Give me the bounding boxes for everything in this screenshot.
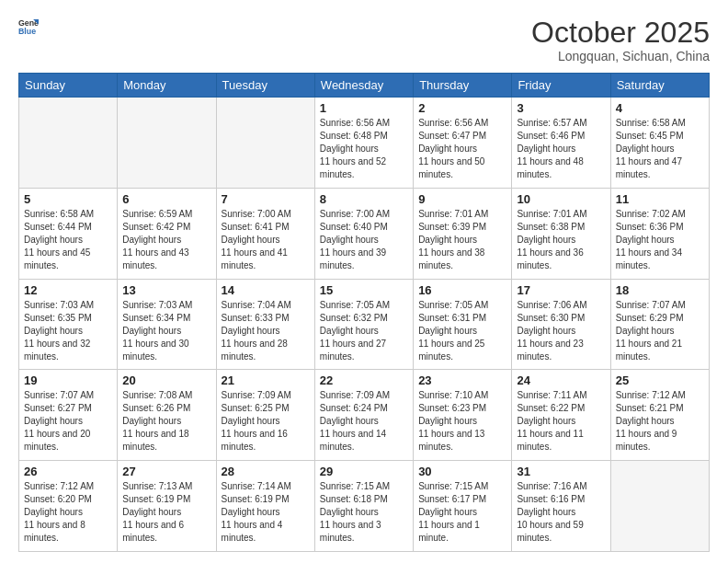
day-number: 30 xyxy=(418,465,506,478)
cell-info: Sunrise: 7:14 AMSunset: 6:19 PMDaylight … xyxy=(222,480,310,545)
header: General Blue October 2025 Longquan, Sich… xyxy=(18,17,710,63)
table-row: 24Sunrise: 7:11 AMSunset: 6:22 PMDayligh… xyxy=(512,370,610,461)
cell-info: Sunrise: 7:07 AMSunset: 6:29 PMDaylight … xyxy=(616,299,704,363)
table-row: 14Sunrise: 7:04 AMSunset: 6:33 PMDayligh… xyxy=(216,279,314,370)
table-row: 20Sunrise: 7:08 AMSunset: 6:26 PMDayligh… xyxy=(118,370,216,461)
day-number: 23 xyxy=(418,373,506,387)
calendar-week-row: 26Sunrise: 7:12 AMSunset: 6:20 PMDayligh… xyxy=(19,461,710,552)
cell-info: Sunrise: 7:00 AMSunset: 6:40 PMDaylight … xyxy=(320,208,408,272)
table-row xyxy=(19,98,118,189)
cell-info: Sunrise: 7:02 AMSunset: 6:36 PMDaylight … xyxy=(616,208,704,272)
logo-icon: General Blue xyxy=(18,17,39,37)
table-row: 19Sunrise: 7:07 AMSunset: 6:27 PMDayligh… xyxy=(19,370,118,461)
col-sunday: Sunday xyxy=(19,74,118,98)
day-number: 7 xyxy=(222,192,310,206)
day-number: 1 xyxy=(320,101,408,115)
table-row: 7Sunrise: 7:00 AMSunset: 6:41 PMDaylight… xyxy=(216,188,314,279)
cell-info: Sunrise: 7:09 AMSunset: 6:25 PMDaylight … xyxy=(222,389,310,454)
table-row: 8Sunrise: 7:00 AMSunset: 6:40 PMDaylight… xyxy=(314,188,413,279)
table-row: 11Sunrise: 7:02 AMSunset: 6:36 PMDayligh… xyxy=(610,188,709,279)
cell-info: Sunrise: 6:59 AMSunset: 6:42 PMDaylight … xyxy=(122,208,210,272)
calendar-week-row: 5Sunrise: 6:58 AMSunset: 6:44 PMDaylight… xyxy=(19,188,710,279)
day-number: 28 xyxy=(222,465,310,478)
cell-info: Sunrise: 6:56 AMSunset: 6:47 PMDaylight … xyxy=(418,117,506,181)
cell-info: Sunrise: 7:05 AMSunset: 6:32 PMDaylight … xyxy=(320,299,408,363)
cell-info: Sunrise: 7:08 AMSunset: 6:26 PMDaylight … xyxy=(122,389,210,454)
day-number: 3 xyxy=(517,101,605,115)
day-number: 17 xyxy=(517,283,605,297)
day-number: 5 xyxy=(24,192,112,206)
table-row: 18Sunrise: 7:07 AMSunset: 6:29 PMDayligh… xyxy=(610,279,709,370)
day-number: 18 xyxy=(616,283,704,297)
table-row: 9Sunrise: 7:01 AMSunset: 6:39 PMDaylight… xyxy=(414,188,512,279)
table-row: 2Sunrise: 6:56 AMSunset: 6:47 PMDaylight… xyxy=(414,98,512,189)
table-row: 3Sunrise: 6:57 AMSunset: 6:46 PMDaylight… xyxy=(512,98,610,189)
table-row: 10Sunrise: 7:01 AMSunset: 6:38 PMDayligh… xyxy=(512,188,610,279)
table-row xyxy=(216,98,314,189)
day-number: 24 xyxy=(517,373,605,387)
table-row: 1Sunrise: 6:56 AMSunset: 6:48 PMDaylight… xyxy=(314,98,413,189)
table-row: 30Sunrise: 7:15 AMSunset: 6:17 PMDayligh… xyxy=(414,461,512,552)
table-row: 22Sunrise: 7:09 AMSunset: 6:24 PMDayligh… xyxy=(314,370,413,461)
day-number: 11 xyxy=(616,192,704,206)
table-row: 28Sunrise: 7:14 AMSunset: 6:19 PMDayligh… xyxy=(216,461,314,552)
cell-info: Sunrise: 7:00 AMSunset: 6:41 PMDaylight … xyxy=(222,208,310,272)
day-number: 10 xyxy=(517,192,605,206)
day-number: 4 xyxy=(616,101,704,115)
cell-info: Sunrise: 7:09 AMSunset: 6:24 PMDaylight … xyxy=(320,389,408,454)
day-number: 9 xyxy=(418,192,506,206)
table-row: 16Sunrise: 7:05 AMSunset: 6:31 PMDayligh… xyxy=(414,279,512,370)
day-number: 19 xyxy=(24,373,112,387)
cell-info: Sunrise: 7:05 AMSunset: 6:31 PMDaylight … xyxy=(418,299,506,363)
table-row: 13Sunrise: 7:03 AMSunset: 6:34 PMDayligh… xyxy=(118,279,216,370)
cell-info: Sunrise: 7:11 AMSunset: 6:22 PMDaylight … xyxy=(517,389,605,454)
table-row: 31Sunrise: 7:16 AMSunset: 6:16 PMDayligh… xyxy=(512,461,610,552)
cell-info: Sunrise: 6:58 AMSunset: 6:45 PMDaylight … xyxy=(616,117,704,181)
cell-info: Sunrise: 7:16 AMSunset: 6:16 PMDaylight … xyxy=(517,480,605,545)
cell-info: Sunrise: 7:01 AMSunset: 6:38 PMDaylight … xyxy=(517,208,605,272)
day-number: 12 xyxy=(24,283,112,297)
cell-info: Sunrise: 7:12 AMSunset: 6:20 PMDaylight … xyxy=(24,480,112,545)
table-row: 17Sunrise: 7:06 AMSunset: 6:30 PMDayligh… xyxy=(512,279,610,370)
day-number: 13 xyxy=(122,283,210,297)
cell-info: Sunrise: 7:07 AMSunset: 6:27 PMDaylight … xyxy=(24,389,112,454)
table-row: 6Sunrise: 6:59 AMSunset: 6:42 PMDaylight… xyxy=(118,188,216,279)
col-tuesday: Tuesday xyxy=(216,74,314,98)
table-row xyxy=(118,98,216,189)
svg-text:Blue: Blue xyxy=(18,27,36,36)
table-row xyxy=(610,461,709,552)
calendar-header-row: Sunday Monday Tuesday Wednesday Thursday… xyxy=(19,74,710,98)
table-row: 23Sunrise: 7:10 AMSunset: 6:23 PMDayligh… xyxy=(414,370,512,461)
day-number: 14 xyxy=(222,283,310,297)
cell-info: Sunrise: 6:58 AMSunset: 6:44 PMDaylight … xyxy=(24,208,112,272)
title-section: October 2025 Longquan, Sichuan, China xyxy=(531,17,710,63)
table-row: 5Sunrise: 6:58 AMSunset: 6:44 PMDaylight… xyxy=(19,188,118,279)
table-row: 27Sunrise: 7:13 AMSunset: 6:19 PMDayligh… xyxy=(118,461,216,552)
day-number: 6 xyxy=(122,192,210,206)
day-number: 27 xyxy=(122,465,210,478)
col-thursday: Thursday xyxy=(414,74,512,98)
cell-info: Sunrise: 7:10 AMSunset: 6:23 PMDaylight … xyxy=(418,389,506,454)
logo: General Blue xyxy=(18,17,39,37)
day-number: 2 xyxy=(418,101,506,115)
day-number: 21 xyxy=(222,373,310,387)
cell-info: Sunrise: 7:03 AMSunset: 6:34 PMDaylight … xyxy=(122,299,210,363)
location: Longquan, Sichuan, China xyxy=(531,49,710,63)
cell-info: Sunrise: 7:04 AMSunset: 6:33 PMDaylight … xyxy=(222,299,310,363)
day-number: 26 xyxy=(24,465,112,478)
table-row: 25Sunrise: 7:12 AMSunset: 6:21 PMDayligh… xyxy=(610,370,709,461)
calendar-table: Sunday Monday Tuesday Wednesday Thursday… xyxy=(18,73,710,552)
cell-info: Sunrise: 7:15 AMSunset: 6:17 PMDaylight … xyxy=(418,480,506,545)
cell-info: Sunrise: 7:06 AMSunset: 6:30 PMDaylight … xyxy=(517,299,605,363)
cell-info: Sunrise: 7:01 AMSunset: 6:39 PMDaylight … xyxy=(418,208,506,272)
day-number: 22 xyxy=(320,373,408,387)
col-friday: Friday xyxy=(512,74,610,98)
table-row: 26Sunrise: 7:12 AMSunset: 6:20 PMDayligh… xyxy=(19,461,118,552)
cell-info: Sunrise: 7:03 AMSunset: 6:35 PMDaylight … xyxy=(24,299,112,363)
table-row: 29Sunrise: 7:15 AMSunset: 6:18 PMDayligh… xyxy=(314,461,413,552)
cell-info: Sunrise: 7:12 AMSunset: 6:21 PMDaylight … xyxy=(616,389,704,454)
day-number: 16 xyxy=(418,283,506,297)
col-wednesday: Wednesday xyxy=(314,74,413,98)
day-number: 29 xyxy=(320,465,408,478)
calendar-week-row: 1Sunrise: 6:56 AMSunset: 6:48 PMDaylight… xyxy=(19,98,710,189)
